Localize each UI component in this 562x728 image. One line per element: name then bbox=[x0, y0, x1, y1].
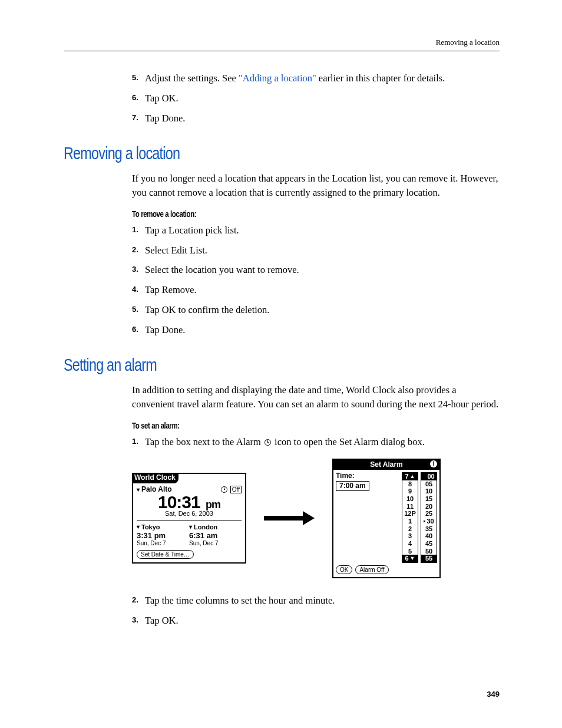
step-number: 5. bbox=[132, 71, 145, 85]
step-number: 5. bbox=[132, 303, 145, 317]
step-text: Tap OK. bbox=[145, 614, 500, 628]
minute[interactable]: 45 bbox=[421, 540, 437, 548]
section-alarm-para: In addition to setting and displaying th… bbox=[132, 383, 500, 411]
step-number: 2. bbox=[132, 243, 145, 258]
arrow-icon bbox=[264, 511, 315, 525]
step-text: Tap OK to confirm the deletion. bbox=[145, 303, 500, 317]
hour[interactable]: 4 bbox=[402, 540, 418, 548]
hour[interactable]: 9 bbox=[402, 487, 418, 495]
section-removing-para: If you no longer need a location that ap… bbox=[132, 172, 500, 200]
chevron-down-icon: ▾ bbox=[137, 486, 140, 493]
minute[interactable]: 10 bbox=[421, 487, 437, 495]
to-remove-subhead: To remove a location: bbox=[132, 209, 500, 219]
step-number: 7. bbox=[132, 111, 145, 126]
page: Removing a location 5. Adjust the settin… bbox=[0, 0, 562, 728]
step-text: Adjust the settings. See "Adding a locat… bbox=[145, 71, 500, 85]
time-value: 10:31 bbox=[158, 492, 200, 512]
primary-time: 10:31 pm bbox=[133, 492, 245, 512]
step-text: Select Edit List. bbox=[145, 243, 500, 258]
minute[interactable]: 00 bbox=[421, 473, 437, 480]
to-set-alarm-subhead: To set an alarm: bbox=[132, 421, 500, 430]
content: 5. Adjust the settings. See "Adding a lo… bbox=[132, 71, 500, 126]
time-label: Time: bbox=[336, 472, 399, 480]
step-number: 3. bbox=[132, 614, 145, 628]
step-text: Tap the box next to the Alarm icon to op… bbox=[145, 435, 500, 449]
hour[interactable]: 3 bbox=[402, 532, 418, 540]
set-date-time-button[interactable]: Set Date & Time… bbox=[137, 550, 194, 559]
secondary-date: Sun, Dec 7 bbox=[189, 540, 242, 546]
minute[interactable]: 30 bbox=[421, 518, 437, 525]
step-number: 1. bbox=[132, 223, 145, 238]
alarm-off-button[interactable]: Alarm Off bbox=[355, 565, 388, 574]
step-text: Tap the time columns to set the hour and… bbox=[145, 594, 500, 608]
text: icon to open the Set Alarm dialog box. bbox=[272, 436, 425, 447]
minute-column[interactable]: 00 05 10 15 20 25 30 35 40 45 50 55 bbox=[421, 472, 437, 563]
alarm-icon bbox=[221, 486, 227, 493]
hour-column[interactable]: 7 ▲ 8 9 10 11 12P 1 2 3 4 5 6 ▼ bbox=[402, 472, 418, 563]
time-value-box[interactable]: 7:00 am bbox=[336, 481, 369, 491]
set-alarm-screen: Set Alarm i Time: 7:00 am 7 ▲ 8 9 10 11 … bbox=[332, 459, 441, 578]
remove-steps: 1.Tap a Location pick list. 2.Select Edi… bbox=[132, 223, 500, 338]
adding-location-link[interactable]: "Adding a location" bbox=[239, 73, 316, 84]
hour[interactable]: 1 bbox=[402, 518, 418, 525]
intro-steps: 5. Adjust the settings. See "Adding a lo… bbox=[132, 71, 500, 126]
step-text: Tap OK. bbox=[145, 91, 500, 106]
info-icon[interactable]: i bbox=[430, 460, 437, 467]
minute[interactable]: 50 bbox=[421, 548, 437, 555]
secondary-location-picklist[interactable]: ▾Tokyo bbox=[137, 523, 189, 531]
minute[interactable]: 40 bbox=[421, 532, 437, 540]
minute[interactable]: 55 bbox=[421, 555, 437, 562]
chevron-down-icon: ▾ bbox=[137, 523, 140, 530]
step-number: 2. bbox=[132, 594, 145, 608]
hour[interactable]: 10 bbox=[402, 495, 418, 503]
step-number: 1. bbox=[132, 435, 145, 449]
world-clock-screen: World Clock ▾ Palo Alto Off 10:31 pm Sat… bbox=[132, 473, 246, 564]
secondary-date: Sun, Dec 7 bbox=[137, 540, 189, 546]
text: Tap the box next to the Alarm bbox=[145, 436, 263, 447]
set-alarm-title: Set Alarm i bbox=[333, 460, 439, 470]
step-text: Select the location you want to remove. bbox=[145, 263, 500, 277]
hour[interactable]: 11 bbox=[402, 503, 418, 510]
step-number: 6. bbox=[132, 323, 145, 337]
minute[interactable]: 25 bbox=[421, 510, 437, 518]
primary-date: Sat, Dec 6, 2003 bbox=[137, 510, 242, 521]
alarm-steps-after: 2.Tap the time columns to set the hour a… bbox=[132, 594, 500, 628]
alarm-icon bbox=[265, 439, 271, 446]
city-label: Tokyo bbox=[141, 523, 160, 531]
text: earlier in this chapter for details. bbox=[316, 73, 445, 84]
step-number: 4. bbox=[132, 283, 145, 297]
step-text: Tap Done. bbox=[145, 323, 500, 337]
minute[interactable]: 05 bbox=[421, 480, 437, 488]
step-text: Tap Remove. bbox=[145, 283, 500, 297]
alarm-state: Off bbox=[230, 486, 242, 493]
hour: 7 bbox=[405, 473, 408, 480]
text: Adjust the settings. See bbox=[145, 73, 239, 84]
secondary-time: 6:31 am bbox=[189, 532, 242, 540]
hour[interactable]: 5 bbox=[402, 548, 418, 555]
step-number: 3. bbox=[132, 263, 145, 277]
minute[interactable]: 20 bbox=[421, 503, 437, 510]
up-arrow-icon[interactable]: ▲ bbox=[410, 473, 415, 479]
step-number: 6. bbox=[132, 91, 145, 106]
minute[interactable]: 15 bbox=[421, 495, 437, 503]
hour[interactable]: 8 bbox=[402, 480, 418, 488]
chevron-down-icon: ▾ bbox=[189, 523, 192, 530]
alarm-toggle[interactable]: Off bbox=[220, 486, 242, 493]
ok-button[interactable]: OK bbox=[336, 565, 352, 574]
minute[interactable]: 35 bbox=[421, 525, 437, 533]
hour: 6 bbox=[405, 555, 408, 562]
hour[interactable]: 12P bbox=[402, 510, 418, 518]
world-clock-title: World Clock bbox=[132, 473, 178, 483]
page-number: 349 bbox=[487, 690, 500, 699]
step-text: Tap Done. bbox=[145, 111, 500, 126]
figure: World Clock ▾ Palo Alto Off 10:31 pm Sat… bbox=[132, 459, 500, 578]
section-removing-title: Removing a location bbox=[64, 143, 499, 163]
section-alarm-title: Setting an alarm bbox=[64, 355, 499, 375]
hour[interactable]: 2 bbox=[402, 525, 418, 533]
down-arrow-icon[interactable]: ▼ bbox=[410, 555, 415, 561]
alarm-steps: 1. Tap the box next to the Alarm icon to… bbox=[132, 435, 500, 449]
secondary-location-picklist[interactable]: ▾London bbox=[189, 523, 242, 531]
title-text: Set Alarm bbox=[370, 460, 403, 469]
step-text: Tap a Location pick list. bbox=[145, 223, 500, 238]
city-label: London bbox=[194, 523, 217, 531]
